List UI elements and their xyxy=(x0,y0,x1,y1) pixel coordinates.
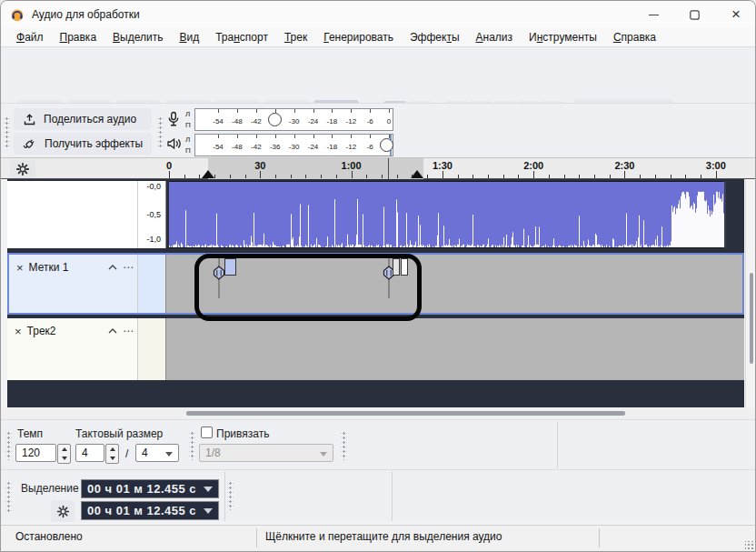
track2-row[interactable]: × Трек2 ⋯ xyxy=(7,318,744,380)
menu-item[interactable]: Вид xyxy=(171,29,207,45)
track2-content[interactable] xyxy=(166,318,744,380)
selection-end-value: 00 ч 01 м 12.455 с xyxy=(87,504,196,517)
menu-item[interactable]: Справка xyxy=(605,29,664,45)
status-divider xyxy=(256,528,257,547)
audio-clip[interactable] xyxy=(169,181,726,248)
loop-region[interactable] xyxy=(208,158,423,179)
tempo-spinner[interactable] xyxy=(57,444,71,464)
meter-scale-value: -48 xyxy=(229,143,245,151)
menu-item[interactable]: Трек xyxy=(276,29,315,45)
record-meter-right-label: П xyxy=(185,120,191,130)
selection-label: Выделение xyxy=(21,482,79,495)
timesig-lower-value: 4 xyxy=(142,447,148,459)
track2-panel[interactable]: × Трек2 ⋯ xyxy=(7,318,137,380)
tempo-input[interactable]: 120 xyxy=(15,444,56,462)
ruler-label: 0 xyxy=(166,160,172,171)
collapse-chevron-icon[interactable] xyxy=(108,328,117,334)
ruler-label: 2:30 xyxy=(614,160,634,171)
ruler-label: 1:00 xyxy=(342,160,362,171)
chevron-down-icon xyxy=(165,452,173,457)
audio-track-panel[interactable] xyxy=(7,181,137,248)
recording-volume-knob[interactable] xyxy=(268,113,282,126)
toolbar-grip[interactable] xyxy=(189,431,195,460)
horizontal-scrollbar-thumb[interactable] xyxy=(186,411,625,416)
selection-options-button[interactable] xyxy=(51,500,75,522)
selection-start-value: 00 ч 01 м 12.455 с xyxy=(87,482,196,496)
close-button[interactable]: × xyxy=(715,1,756,28)
audio-track-content[interactable] xyxy=(166,181,744,248)
menu-item[interactable]: Выделить xyxy=(104,29,171,45)
toolbar-grip[interactable] xyxy=(341,431,347,460)
meter-scale-value: -18 xyxy=(323,117,340,125)
timeline-options-button[interactable] xyxy=(10,160,35,178)
vertical-scrollbar[interactable] xyxy=(745,179,756,407)
timesig-spinner[interactable] xyxy=(105,444,119,464)
menu-item[interactable]: Транспорт xyxy=(207,29,276,45)
audio-track-vruler: -0,0 -0,5 -1,0 xyxy=(137,181,166,248)
toolbar-grip[interactable] xyxy=(5,481,12,512)
snap-select[interactable]: 1/8 xyxy=(199,444,333,462)
menu-item[interactable]: Файл xyxy=(8,29,52,45)
timesig-upper-input[interactable]: 4 xyxy=(75,444,104,462)
status-bar: Остановлено Щёлкните и перетащите для вы… xyxy=(1,525,756,552)
record-meter-left-label: Л xyxy=(185,109,190,119)
window-resize-grip[interactable] xyxy=(745,541,754,550)
label-track-name[interactable]: Метки 1 xyxy=(29,261,69,274)
toolbar-grip[interactable] xyxy=(5,431,12,460)
playback-volume-knob[interactable] xyxy=(380,138,393,152)
label-track-content[interactable] xyxy=(166,255,742,313)
recording-meter[interactable]: -54-48-42-36-30-24-18-12-60 xyxy=(194,108,393,131)
vertical-scrollbar-thumb[interactable] xyxy=(750,273,753,364)
close-track-icon[interactable]: × xyxy=(15,325,22,338)
gear-icon xyxy=(56,505,70,518)
snap-value: 1/8 xyxy=(205,447,221,459)
meter-scale-value: -6 xyxy=(362,117,378,125)
meter-scale-value: -12 xyxy=(343,117,359,125)
selection-end-field[interactable]: 00 ч 01 м 12.455 с xyxy=(81,501,219,520)
audio-track-row[interactable]: -0,0 -0,5 -1,0 xyxy=(7,181,744,248)
playback-speaker-icon xyxy=(166,136,183,154)
close-track-icon[interactable]: × xyxy=(16,261,24,275)
playback-meter[interactable]: -54-48-42-36-30-24-18-12-60 xyxy=(194,134,393,156)
menu-bar: ФайлПравкаВыделитьВидТранспортТрекГенери… xyxy=(1,28,756,46)
chevron-down-icon xyxy=(320,452,327,457)
menu-item[interactable]: Эффекты xyxy=(402,29,468,45)
share-audio-button[interactable]: Поделиться аудио xyxy=(14,108,152,130)
horizontal-scrollbar[interactable] xyxy=(1,407,756,419)
selection-start-field[interactable]: 00 ч 01 м 12.455 с xyxy=(81,479,219,498)
meter-scale-value: -30 xyxy=(286,117,303,125)
toolbar-grip[interactable] xyxy=(157,116,164,147)
track2-strip xyxy=(137,318,166,380)
menu-item[interactable]: Анализ xyxy=(468,29,522,45)
plug-icon xyxy=(23,136,37,151)
maximize-button[interactable] xyxy=(673,1,715,28)
snap-checkbox[interactable] xyxy=(201,427,213,438)
toolbar-grip[interactable] xyxy=(227,481,234,510)
minimize-button[interactable] xyxy=(632,1,674,28)
meter-scale-value: -30 xyxy=(286,143,303,151)
timeline-ruler[interactable]: 0301:001:302:002:303:00 xyxy=(1,157,756,179)
menu-item[interactable]: Инструменты xyxy=(521,29,605,45)
label-textbox-selected[interactable] xyxy=(224,258,236,276)
ruler-label: 2:00 xyxy=(523,160,543,171)
track-menu-icon[interactable]: ⋯ xyxy=(123,261,134,274)
timesig-separator: / xyxy=(125,447,128,460)
label-track-panel[interactable]: × Метки 1 ⋯ xyxy=(9,255,137,313)
menu-item[interactable]: Правка xyxy=(52,29,105,45)
collapse-chevron-icon[interactable] xyxy=(108,265,117,270)
meter-scale-value: -18 xyxy=(323,143,340,151)
label-textbox[interactable] xyxy=(401,258,408,276)
track2-name[interactable]: Трек2 xyxy=(27,325,56,337)
meter-scale-value: 0 xyxy=(381,117,397,125)
track-menu-icon[interactable]: ⋯ xyxy=(123,325,134,337)
meter-scale-value: -54 xyxy=(210,117,226,125)
track-canvas: -0,0 -0,5 -1,0 × Метки 1 ⋯ xyxy=(7,179,744,407)
timesig-lower-select[interactable]: 4 xyxy=(135,444,179,462)
get-effects-button[interactable]: Получить эффекты xyxy=(14,133,152,155)
playback-meter-left-label: Л xyxy=(185,135,190,145)
loop-start-handle[interactable] xyxy=(202,170,214,178)
label-track-row[interactable]: × Метки 1 ⋯ xyxy=(7,253,744,315)
toolbar-grip[interactable] xyxy=(4,116,10,147)
label-textbox[interactable] xyxy=(393,258,400,276)
menu-item[interactable]: Генерировать xyxy=(315,29,402,45)
